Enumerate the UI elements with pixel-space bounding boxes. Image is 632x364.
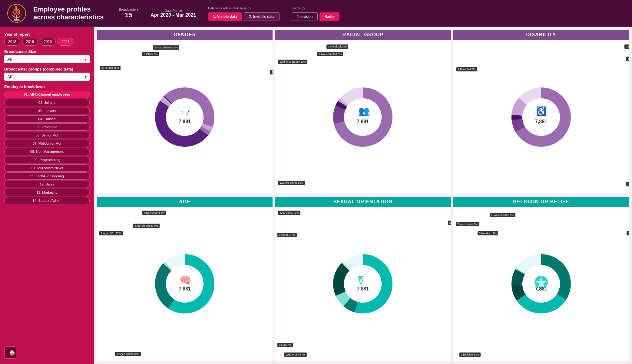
svg-point-30 bbox=[522, 98, 560, 136]
broadcaster-size-select[interactable]: All bbox=[4, 55, 90, 63]
svg-text:7,881: 7,881 bbox=[357, 119, 369, 124]
sexual-orientation-donut: ⚧ 7,881 bbox=[329, 251, 396, 317]
disability-body: ♿ 7,881 7.Not Preferred 10% 3.Not disclo… bbox=[453, 40, 629, 194]
sector-info-icon[interactable]: ◇ bbox=[302, 6, 305, 11]
year-2019[interactable]: 2019 bbox=[22, 38, 38, 46]
television-btn[interactable]: Television bbox=[292, 12, 318, 21]
radio-btn[interactable]: Radio bbox=[319, 12, 339, 21]
religion-chart: RELIGION OR BELIEF bbox=[453, 197, 629, 361]
sector-control: Sector ◇ Television Radio bbox=[292, 6, 339, 21]
broadcaster-groups-select-wrap: All bbox=[4, 73, 90, 81]
religion-body: 7,881 2.Not collected 9% Y.No consent 0%… bbox=[453, 207, 629, 361]
sexual-orientation-body: ⚧ 7,881 Y.No cons... 1% 2.Not collected … bbox=[275, 207, 451, 361]
broadcaster-groups-select[interactable]: All bbox=[4, 73, 90, 81]
breakdown-buttons: 01. All UK-based employees 02. Joiners 0… bbox=[4, 91, 90, 204]
svg-rect-6 bbox=[14, 19, 20, 21]
home-section: 🏠 bbox=[4, 346, 90, 359]
breakdown-10[interactable]: 10. Journalism/News bbox=[4, 164, 90, 172]
disability-chart: DISABILITY ♿ 7,881 7.Not P bbox=[453, 30, 629, 194]
disability-donut: ♿ 7,881 bbox=[508, 84, 574, 150]
breakdown-14[interactable]: 14. Support/Admin bbox=[4, 197, 90, 204]
chart-base-control: Data to include in chart base ◇ 1. Visib… bbox=[208, 6, 280, 21]
breakdown-01[interactable]: 01. All UK-based employees bbox=[4, 91, 90, 98]
sexual-orientation-title: SEXUAL ORIENTATION bbox=[275, 197, 451, 207]
year-section: Year of report 2018 2019 2020 2021 bbox=[4, 32, 90, 46]
broadcaster-groups-section: Broadcaster groups (combined data) All bbox=[4, 67, 90, 81]
svg-point-4 bbox=[16, 11, 18, 13]
breakdown-07[interactable]: 07. Mid/Junior Mgt bbox=[4, 140, 90, 147]
breakdown-04[interactable]: 04. Trained bbox=[4, 115, 90, 123]
gender-body: ♀ ♂ 7,881 2.Not disclosed 3% 2.Female 49… bbox=[97, 40, 273, 194]
svg-text:⚧: ⚧ bbox=[357, 276, 364, 285]
svg-rect-5 bbox=[16, 15, 17, 20]
breakdown-03[interactable]: 03. Leavers bbox=[4, 107, 90, 114]
employee-breakdown-section: Employee breakdown 01. All UK-based empl… bbox=[4, 84, 90, 205]
age-title: AGE bbox=[97, 197, 273, 207]
age-body: 🧠 7,881 Y.No consent 1% 3.Not disclosed … bbox=[97, 207, 273, 361]
year-2018[interactable]: 2018 bbox=[4, 38, 20, 46]
sexual-orientation-chart: SEXUAL ORIENTATION ⚧ 7,881 bbox=[275, 197, 451, 361]
broadcaster-size-select-wrap: All bbox=[4, 55, 90, 63]
religion-donut: 7,881 bbox=[508, 251, 574, 317]
svg-text:7,881: 7,881 bbox=[357, 286, 369, 291]
svg-text:♀: ♀ bbox=[179, 108, 185, 117]
logo bbox=[6, 3, 27, 24]
header-meta: Broadcasters 15 Data Period Apr 2020 - M… bbox=[119, 6, 626, 21]
breakdown-06[interactable]: 06. Senior Mgt bbox=[4, 132, 90, 139]
year-2020[interactable]: 2020 bbox=[40, 38, 56, 46]
year-2021[interactable]: 2021 bbox=[58, 38, 74, 46]
year-buttons: 2018 2019 2020 2021 bbox=[4, 38, 90, 46]
main-content: Year of report 2018 2019 2020 2021 Broad… bbox=[0, 27, 632, 364]
age-chart: AGE 🧠 7,881 Y. bbox=[97, 197, 273, 361]
invisible-data-btn[interactable]: 2. Invisible data bbox=[244, 12, 279, 21]
age-donut: 🧠 7,881 bbox=[151, 251, 218, 317]
broadcasters-block: Broadcasters 15 bbox=[119, 8, 138, 19]
chart-base-info-icon[interactable]: ◇ bbox=[248, 6, 251, 11]
svg-text:7,881: 7,881 bbox=[179, 286, 191, 291]
svg-text:♂: ♂ bbox=[185, 108, 191, 117]
page-title: Employee profiles across characteristics bbox=[33, 5, 104, 21]
header: Employee profiles across characteristics… bbox=[0, 0, 632, 27]
sidebar: Year of report 2018 2019 2020 2021 Broad… bbox=[0, 27, 94, 364]
racial-group-body: 👥 7,881 3.Not disclosed 2.Not collected … bbox=[275, 40, 451, 194]
breakdown-02[interactable]: 02. Joiners bbox=[4, 99, 90, 106]
svg-text:♿: ♿ bbox=[536, 106, 547, 116]
breakdown-11[interactable]: 11. Tech/E-ngineering bbox=[4, 172, 90, 180]
racial-group-title: RACIAL GROUP bbox=[275, 30, 451, 40]
breakdown-09[interactable]: 09. Programming bbox=[4, 156, 90, 163]
data-period-block: Data Period Apr 2020 - Mar 2021 bbox=[151, 9, 196, 18]
gender-title: GENDER bbox=[97, 30, 273, 40]
svg-text:👥: 👥 bbox=[358, 106, 370, 116]
gender-chart: GENDER ♀ ♂ bbox=[97, 30, 273, 194]
charts-area: GENDER ♀ ♂ bbox=[94, 27, 632, 364]
broadcaster-size-section: Broadcaster Size All bbox=[4, 49, 90, 63]
breakdown-13[interactable]: 13. Marketing bbox=[4, 189, 90, 196]
visible-data-btn[interactable]: 1. Visible data bbox=[208, 12, 242, 21]
breakdown-08[interactable]: 08. Non Management bbox=[4, 148, 90, 155]
breakdown-05[interactable]: 05. Promoted bbox=[4, 123, 90, 131]
svg-text:🧠: 🧠 bbox=[179, 274, 191, 286]
svg-text:7,881: 7,881 bbox=[535, 119, 547, 124]
gender-donut: ♀ ♂ 7,881 bbox=[151, 84, 218, 150]
svg-text:7,881: 7,881 bbox=[179, 119, 191, 124]
racial-group-donut: 👥 7,881 bbox=[329, 84, 396, 150]
svg-point-22 bbox=[344, 98, 382, 136]
religion-title: RELIGION OR BELIEF bbox=[453, 197, 629, 207]
disability-title: DISABILITY bbox=[453, 30, 629, 40]
breakdown-12[interactable]: 12. Sales bbox=[4, 181, 90, 188]
racial-group-chart: RACIAL GROUP 👥 7,881 bbox=[275, 30, 451, 194]
svg-text:7,881: 7,881 bbox=[535, 286, 547, 291]
home-button[interactable]: 🏠 bbox=[4, 346, 16, 359]
